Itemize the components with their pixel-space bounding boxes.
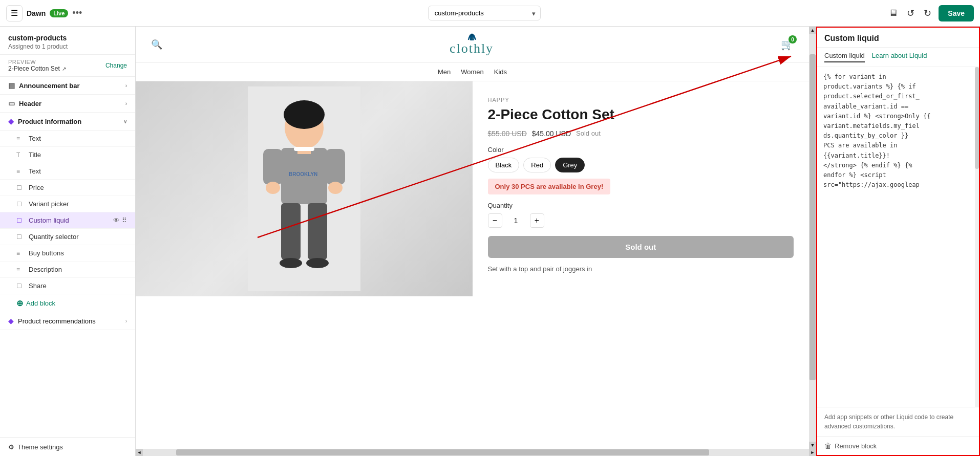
external-link-icon: ↗: [62, 66, 66, 72]
sidebar-item-share[interactable]: ☐ Share: [0, 278, 135, 294]
qty-plus-button[interactable]: +: [530, 213, 544, 228]
sidebar-item-price[interactable]: ☐ Price: [0, 180, 135, 196]
sidebar-item-buy-buttons[interactable]: ≡ Buy buttons: [0, 245, 135, 262]
color-label: Color: [488, 146, 794, 154]
cart-icon-wrapper[interactable]: 🛒 0: [781, 38, 794, 51]
template-dropdown[interactable]: custom-products: [428, 6, 541, 20]
code-editor-scrollbar[interactable]: [975, 67, 979, 407]
preview-horizontal-scrollbar[interactable]: ◄ ►: [136, 449, 816, 456]
quantity-selector-icon: ☐: [16, 233, 25, 241]
color-black[interactable]: Black: [488, 158, 520, 172]
h-scroll-right-arrow[interactable]: ►: [809, 449, 816, 456]
scroll-up-arrow[interactable]: ▲: [809, 27, 816, 34]
search-icon[interactable]: 🔍: [151, 39, 162, 50]
description-icon: ≡: [16, 266, 25, 273]
sidebar-item-text-2[interactable]: ≡ Text: [0, 163, 135, 180]
preview-frame: 🔍 🧥 clothly 🛒 0 Men Women Kids: [136, 27, 809, 449]
store-logo: clothly: [450, 41, 494, 56]
save-button[interactable]: Save: [939, 5, 974, 21]
store-topbar: 🔍 🧥 clothly 🛒 0: [136, 27, 809, 63]
sold-out-inline: Sold out: [576, 129, 601, 137]
store-nav: Men Women Kids: [136, 63, 809, 81]
qty-value: 1: [508, 216, 524, 225]
desktop-icon-button[interactable]: 🖥: [886, 6, 900, 20]
sidebar-item-variant-picker[interactable]: ☐ Variant picker: [0, 196, 135, 212]
cart-badge: 0: [789, 35, 797, 44]
text-2-label: Text: [29, 167, 41, 175]
custom-liquid-eye-button[interactable]: 👁: [113, 216, 120, 224]
svg-point-12: [328, 182, 343, 194]
h-scroll-thumb[interactable]: [176, 449, 709, 455]
menu-icon: ☰: [11, 8, 18, 18]
topbar: ☰ Dawn Live ••• custom-products 🖥 ↺ ↻ Sa…: [0, 0, 980, 27]
redo-button[interactable]: ↻: [922, 6, 933, 21]
nav-women[interactable]: Women: [461, 68, 484, 76]
sidebar-item-text-1[interactable]: ≡ Text: [0, 131, 135, 147]
live-badge: Live: [50, 9, 68, 17]
svg-rect-5: [263, 149, 283, 185]
h-scroll-track[interactable]: [143, 449, 809, 456]
add-block-button[interactable]: ⊕ Add block: [0, 294, 135, 312]
topbar-center: custom-products: [87, 6, 881, 20]
quantity-control: − 1 +: [488, 213, 794, 228]
product-rec-label: Product recommendations: [18, 317, 96, 325]
more-button[interactable]: •••: [72, 8, 82, 18]
panel-tab-learn-liquid[interactable]: Learn about Liquid: [872, 52, 927, 62]
sidebar-item-custom-liquid[interactable]: ☐ Custom liquid 👁 ⠿: [0, 212, 135, 229]
announcement-bar-chevron: ›: [125, 83, 127, 89]
header-chevron: ›: [125, 101, 127, 106]
sold-out-button[interactable]: Sold out: [488, 236, 794, 258]
svg-point-11: [266, 182, 280, 194]
scroll-thumb[interactable]: [809, 54, 816, 381]
color-grey[interactable]: Grey: [555, 158, 585, 172]
add-block-plus-icon: ⊕: [16, 298, 23, 308]
nav-men[interactable]: Men: [438, 68, 451, 76]
sidebar-header: custom-products Assigned to 1 product: [0, 27, 135, 55]
scroll-down-arrow[interactable]: ▼: [809, 442, 816, 449]
back-button[interactable]: ☰: [6, 5, 23, 21]
preview-with-scrollbar: 🔍 🧥 clothly 🛒 0 Men Women Kids: [136, 27, 816, 449]
product-info-label: Product information: [18, 118, 81, 125]
theme-settings-icon: ⚙: [8, 443, 14, 451]
product-rec-chevron: ›: [125, 318, 127, 324]
preview-scroll-area: 🔍 🧥 clothly 🛒 0 Men Women Kids: [136, 27, 809, 449]
product-info-header[interactable]: ◆ Product information ∨: [0, 113, 135, 131]
undo-button[interactable]: ↺: [905, 6, 917, 21]
sidebar-item-quantity-selector[interactable]: ☐ Quantity selector: [0, 229, 135, 245]
product-brand: HAPPY: [488, 97, 794, 103]
custom-liquid-drag-button[interactable]: ⠿: [122, 216, 127, 224]
topbar-right: 🖥 ↺ ↻ Save: [886, 5, 974, 21]
trash-icon: 🗑: [824, 442, 832, 450]
sidebar-item-product-recommendations[interactable]: ◆ Product recommendations ›: [0, 312, 135, 330]
preview-info: PREVIEW 2-Piece Cotton Set ↗: [8, 59, 66, 72]
color-red[interactable]: Red: [523, 158, 551, 172]
product-info-section: ◆ Product information ∨ ≡ Text T Title ≡…: [0, 113, 135, 312]
preview-vertical-scrollbar[interactable]: ▲ ▼: [809, 27, 816, 449]
title-icon: T: [16, 151, 25, 159]
color-options: Black Red Grey: [488, 158, 794, 172]
price-label: Price: [29, 184, 44, 191]
qty-minus-button[interactable]: −: [488, 213, 502, 228]
product-image: BROOKLYN: [136, 81, 473, 296]
theme-settings-button[interactable]: ⚙ Theme settings: [8, 443, 127, 451]
remove-block-button[interactable]: 🗑 Remove block: [824, 442, 877, 450]
nav-kids[interactable]: Kids: [494, 68, 507, 76]
product-rec-icon: ◆: [8, 317, 14, 325]
h-scroll-left-arrow[interactable]: ◄: [136, 449, 143, 456]
announcement-bar-header[interactable]: ▤ Announcement bar ›: [0, 77, 135, 95]
panel-title: Custom liquid: [824, 34, 972, 43]
buy-buttons-label: Buy buttons: [29, 249, 64, 257]
product-details: HAPPY 2-Piece Cotton Set $55.00 USD $45.…: [473, 81, 809, 296]
title-label: Title: [29, 151, 41, 159]
announcement-bar-label: Announcement bar: [19, 82, 79, 90]
code-editor[interactable]: {% for variant in product.variants %} {%…: [817, 67, 979, 407]
variant-picker-icon: ☐: [16, 201, 25, 208]
sidebar-item-description[interactable]: ≡ Description: [0, 262, 135, 278]
sidebar-item-title[interactable]: T Title: [0, 147, 135, 163]
scroll-track[interactable]: [809, 34, 816, 442]
change-link[interactable]: Change: [105, 62, 127, 69]
preview-label: PREVIEW: [8, 59, 66, 65]
code-editor-scrollbar-thumb[interactable]: [975, 67, 979, 169]
header-section-header[interactable]: ▭ Header ›: [0, 95, 135, 113]
panel-tab-custom-liquid[interactable]: Custom liquid: [824, 52, 865, 62]
